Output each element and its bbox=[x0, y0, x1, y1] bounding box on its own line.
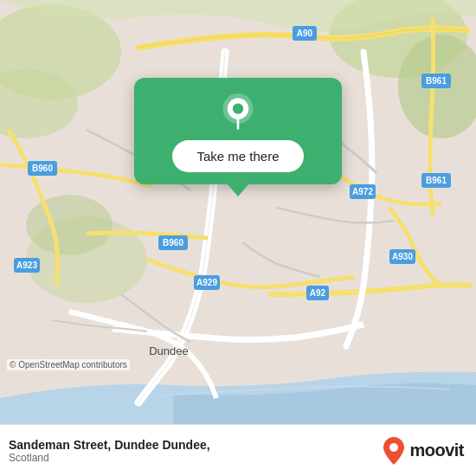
copyright-text: © OpenStreetMap contributors bbox=[7, 359, 130, 370]
svg-text:A923: A923 bbox=[16, 261, 37, 270]
svg-text:A90: A90 bbox=[297, 29, 313, 38]
svg-text:B960: B960 bbox=[32, 164, 53, 173]
svg-point-31 bbox=[389, 443, 398, 452]
location-info: Sandeman Street, Dundee Dundee, Scotland bbox=[9, 438, 210, 464]
svg-point-6 bbox=[26, 195, 113, 255]
moovit-wordmark: moovit bbox=[409, 441, 464, 460]
bottom-bar: Sandeman Street, Dundee Dundee, Scotland… bbox=[0, 424, 476, 476]
svg-text:A930: A930 bbox=[392, 252, 413, 261]
svg-text:B960: B960 bbox=[163, 238, 183, 248]
svg-text:A972: A972 bbox=[352, 187, 373, 196]
moovit-pin-icon bbox=[382, 435, 406, 466]
svg-point-30 bbox=[233, 103, 243, 113]
svg-text:Dundee: Dundee bbox=[149, 344, 189, 357]
location-pin-icon bbox=[219, 93, 257, 132]
popup-card: Take me there bbox=[134, 78, 342, 184]
moovit-logo: moovit bbox=[382, 435, 464, 466]
svg-text:B961: B961 bbox=[426, 176, 447, 185]
svg-text:A92: A92 bbox=[310, 288, 326, 298]
svg-text:B961: B961 bbox=[426, 76, 447, 86]
svg-text:A929: A929 bbox=[196, 278, 217, 287]
location-country: Scotland bbox=[9, 452, 210, 464]
take-me-there-button[interactable]: Take me there bbox=[172, 140, 303, 172]
location-name: Sandeman Street, Dundee Dundee, bbox=[9, 438, 210, 452]
map-container: A90 B961 B960 B960 A972 B961 A923 A929 A… bbox=[0, 0, 476, 424]
